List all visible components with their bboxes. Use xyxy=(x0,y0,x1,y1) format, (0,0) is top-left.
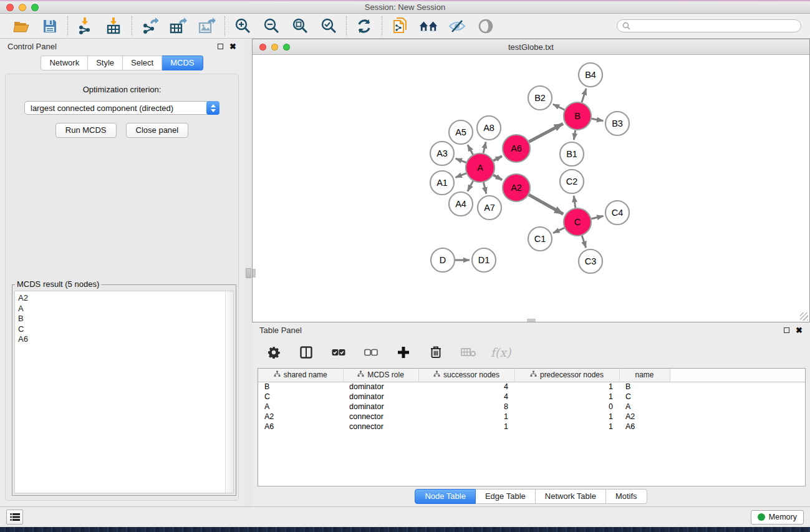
delete-table-icon[interactable] xyxy=(459,343,478,362)
result-item[interactable]: A xyxy=(18,304,233,314)
tab-node-table[interactable]: Node Table xyxy=(415,489,476,504)
column-header-mcds_role[interactable]: MCDS role xyxy=(343,369,418,382)
edge-A-A1[interactable] xyxy=(455,173,466,178)
run-mcds-button[interactable]: Run MCDS xyxy=(55,123,117,138)
zoom-out-icon[interactable] xyxy=(262,17,281,36)
import-network-icon[interactable] xyxy=(76,17,95,36)
cell-shared_name[interactable]: B xyxy=(258,382,343,392)
network-minimize-button[interactable] xyxy=(271,44,278,51)
edge-A-A6[interactable] xyxy=(493,156,502,160)
cell-mcds_role[interactable]: dominator xyxy=(343,402,418,412)
edge-B-B2[interactable] xyxy=(553,104,565,110)
split-divider[interactable] xyxy=(244,39,252,506)
tab-mcds[interactable]: MCDS xyxy=(162,56,203,70)
tab-network[interactable]: Network xyxy=(41,56,88,70)
edge-A-A7[interactable] xyxy=(483,182,486,193)
cell-successor_nodes[interactable]: 4 xyxy=(418,392,514,402)
node-table[interactable]: shared nameMCDS rolesuccessor nodesprede… xyxy=(258,369,805,432)
export-network-icon[interactable] xyxy=(140,17,159,36)
cell-predecessor_nodes[interactable]: 0 xyxy=(514,402,619,412)
edge-C-C3[interactable] xyxy=(582,236,586,248)
node-B1[interactable]: B1 xyxy=(560,142,584,166)
edge-A-A8[interactable] xyxy=(483,142,486,153)
birdseye-view-icon[interactable] xyxy=(419,17,438,36)
network-zoom-button[interactable] xyxy=(283,44,290,51)
toggle-columns-icon[interactable] xyxy=(297,343,316,362)
task-history-button[interactable] xyxy=(6,510,23,525)
float-panel-icon[interactable] xyxy=(218,44,223,49)
column-header-shared_name[interactable]: shared name xyxy=(258,369,343,382)
cell-mcds_role[interactable]: connector xyxy=(343,422,418,432)
cell-name[interactable]: A2 xyxy=(619,412,670,422)
function-builder-icon[interactable]: f(x) xyxy=(491,343,510,362)
edge-B-B3[interactable] xyxy=(592,118,604,121)
zoom-in-icon[interactable] xyxy=(233,17,252,36)
node-C4[interactable]: C4 xyxy=(605,201,629,225)
cell-shared_name[interactable]: A xyxy=(258,402,343,412)
mcds-result-list[interactable]: A2ABCA6 xyxy=(14,291,234,493)
tab-edge-table[interactable]: Edge Table xyxy=(476,489,536,504)
import-table-icon[interactable] xyxy=(105,17,123,36)
close-panel-icon[interactable]: ✖ xyxy=(229,44,236,49)
node-B2[interactable]: B2 xyxy=(528,86,552,110)
cell-successor_nodes[interactable]: 8 xyxy=(418,402,514,412)
edge-A-A5[interactable] xyxy=(468,145,473,155)
dropdown-stepper-icon[interactable] xyxy=(206,101,219,115)
cell-predecessor_nodes[interactable]: 1 xyxy=(514,412,619,422)
table-row[interactable]: Cdominator41C xyxy=(258,392,805,402)
node-A3[interactable]: A3 xyxy=(430,142,454,165)
resize-grip-icon[interactable] xyxy=(800,312,808,321)
table-row[interactable]: A6connector11A6 xyxy=(258,422,805,432)
result-item[interactable]: A6 xyxy=(18,334,233,345)
edge-A6-B[interactable] xyxy=(529,123,563,142)
export-image-icon[interactable] xyxy=(198,17,216,36)
save-session-icon[interactable] xyxy=(41,17,59,36)
node-C[interactable]: C xyxy=(564,208,591,236)
delete-column-icon[interactable] xyxy=(427,343,445,362)
edge-A2-C[interactable] xyxy=(529,195,563,214)
edge-A-A2[interactable] xyxy=(493,175,502,180)
tab-motifs[interactable]: Motifs xyxy=(606,489,647,504)
apply-layout-icon[interactable] xyxy=(355,17,374,36)
table-settings-gear-icon[interactable] xyxy=(264,343,283,362)
node-D1[interactable]: D1 xyxy=(472,248,496,272)
clone-network-icon[interactable] xyxy=(390,17,409,36)
node-A4[interactable]: A4 xyxy=(449,192,473,216)
cell-shared_name[interactable]: A6 xyxy=(258,422,343,432)
edge-C-C1[interactable] xyxy=(553,228,564,233)
search-input[interactable] xyxy=(633,21,796,31)
edge-A-A3[interactable] xyxy=(456,158,466,162)
float-table-panel-icon[interactable] xyxy=(784,327,789,333)
result-scrollbar[interactable] xyxy=(225,291,233,493)
table-row[interactable]: Bdominator41B xyxy=(258,382,805,392)
node-A[interactable]: A xyxy=(466,153,494,182)
cell-name[interactable]: B xyxy=(619,382,670,392)
cell-mcds_role[interactable]: dominator xyxy=(343,382,418,392)
zoom-fit-icon[interactable] xyxy=(291,17,309,36)
cell-shared_name[interactable]: A2 xyxy=(258,412,343,422)
column-header-successor_nodes[interactable]: successor nodes xyxy=(418,369,514,382)
cell-successor_nodes[interactable]: 4 xyxy=(418,382,514,392)
cell-name[interactable]: A6 xyxy=(619,422,670,432)
column-header-predecessor_nodes[interactable]: predecessor nodes xyxy=(514,369,619,382)
add-column-icon[interactable] xyxy=(394,343,413,362)
cell-name[interactable]: A xyxy=(619,402,670,412)
minimize-window-button[interactable] xyxy=(19,4,26,11)
result-item[interactable]: B xyxy=(18,314,233,324)
edge-A-A4[interactable] xyxy=(468,181,473,191)
cell-mcds_role[interactable]: dominator xyxy=(343,392,418,402)
open-session-icon[interactable] xyxy=(12,17,31,36)
table-row[interactable]: A2connector11A2 xyxy=(258,412,805,422)
node-C2[interactable]: C2 xyxy=(560,170,584,193)
cell-predecessor_nodes[interactable]: 1 xyxy=(514,392,619,402)
close-panel-button[interactable]: Close panel xyxy=(126,123,189,138)
cell-shared_name[interactable]: C xyxy=(258,392,343,402)
node-A6[interactable]: A6 xyxy=(503,135,530,162)
deselect-all-columns-icon[interactable] xyxy=(362,343,380,362)
cell-name[interactable]: C xyxy=(619,392,670,402)
table-row[interactable]: Adominator80A xyxy=(258,402,805,412)
zoom-selected-icon[interactable] xyxy=(319,17,338,36)
cell-predecessor_nodes[interactable]: 1 xyxy=(514,382,619,392)
node-B[interactable]: B xyxy=(564,102,591,130)
select-all-columns-icon[interactable] xyxy=(329,343,348,362)
